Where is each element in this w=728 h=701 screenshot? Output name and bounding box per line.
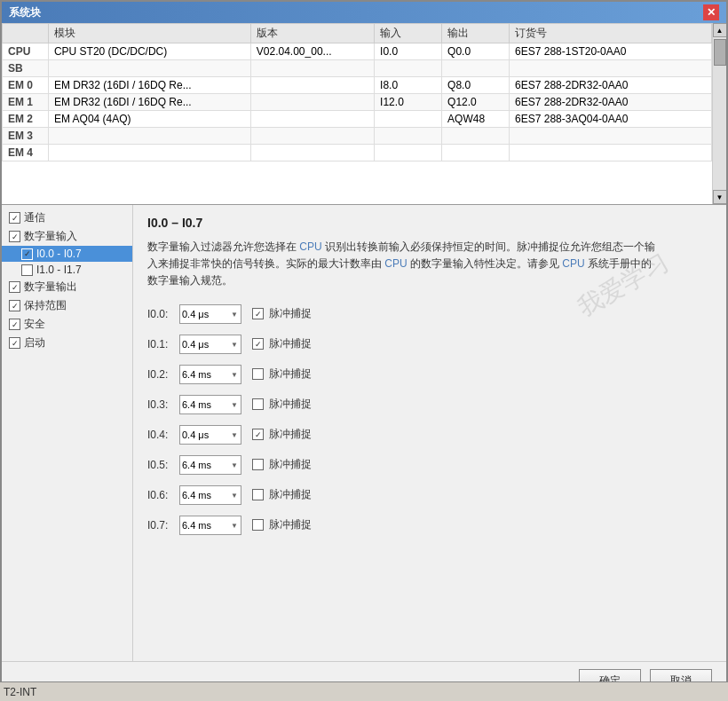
sidebar-item-label: 通信 [24, 210, 45, 225]
io-select-1[interactable]: 0.4 μs0.8 μs1.6 μs3.2 μs6.4 ms12.8 ms [179, 335, 241, 354]
cell-output [442, 128, 510, 145]
io-checkbox-1[interactable] [252, 338, 264, 350]
cell-row-id: EM 1 [3, 94, 49, 111]
table-row[interactable]: EM 4 [3, 145, 712, 161]
cell-order [510, 128, 712, 145]
io-select-2[interactable]: 0.4 μs0.8 μs1.6 μs3.2 μs6.4 ms12.8 ms [179, 365, 241, 384]
sidebar-item-digital-out[interactable]: 数字量输出 [2, 278, 132, 296]
table-scrollbar[interactable]: ▲ ▼ [712, 23, 726, 204]
cell-input: I8.0 [375, 77, 442, 94]
io-checkbox-wrapper-3[interactable]: 脉冲捕捉 [252, 397, 312, 412]
io-label-7: I0.7: [147, 519, 179, 532]
cell-module [48, 145, 250, 161]
sidebar-checkbox[interactable] [21, 248, 33, 260]
io-row-3: I0.3:0.4 μs0.8 μs1.6 μs3.2 μs6.4 ms12.8 … [147, 395, 712, 414]
col-header-output: 输出 [442, 24, 510, 43]
scroll-up-arrow[interactable]: ▲ [713, 23, 727, 37]
io-select-wrapper-2[interactable]: 0.4 μs0.8 μs1.6 μs3.2 μs6.4 ms12.8 ms [179, 365, 241, 384]
io-checkbox-6[interactable] [252, 489, 264, 500]
cell-version [250, 128, 374, 145]
table-row[interactable]: CPU CPU ST20 (DC/DC/DC) V02.04.00_00... … [3, 43, 712, 60]
scroll-down-arrow[interactable]: ▼ [713, 190, 727, 204]
io-checkbox-wrapper-1[interactable]: 脉冲捕捉 [252, 336, 312, 351]
io-checkbox-0[interactable] [252, 308, 264, 319]
io-select-wrapper-1[interactable]: 0.4 μs0.8 μs1.6 μs3.2 μs6.4 ms12.8 ms [179, 335, 241, 354]
scroll-thumb[interactable] [714, 39, 726, 66]
cell-row-id: CPU [3, 43, 49, 60]
io-select-wrapper-0[interactable]: 0.4 μs0.8 μs1.6 μs3.2 μs6.4 ms12.8 ms [179, 304, 241, 324]
io-select-wrapper-7[interactable]: 0.4 μs0.8 μs1.6 μs3.2 μs6.4 ms12.8 ms [179, 516, 241, 535]
io-checkbox-7[interactable] [252, 519, 264, 531]
sidebar-checkbox[interactable] [9, 281, 20, 293]
table-row[interactable]: SB [3, 60, 712, 77]
cell-output [442, 145, 510, 161]
system-block-window: 系统块 ✕ 模块 版本 输入 输出 订货号 CPU CPU ST20 [0, 0, 728, 701]
io-checkbox-5[interactable] [252, 459, 264, 470]
cpu-highlight-2: CPU [384, 257, 407, 270]
io-checkbox-wrapper-2[interactable]: 脉冲捕捉 [252, 366, 312, 382]
io-checkbox-3[interactable] [252, 398, 264, 410]
sidebar-item-io0[interactable]: I0.0 - I0.7 [2, 246, 132, 262]
io-select-3[interactable]: 0.4 μs0.8 μs1.6 μs3.2 μs6.4 ms12.8 ms [179, 395, 241, 414]
sidebar-item-retain[interactable]: 保持范围 [2, 296, 132, 315]
cell-order: 6ES7 288-3AQ04-0AA0 [510, 111, 712, 128]
sidebar-item-io1[interactable]: I1.0 - I1.7 [2, 262, 132, 278]
cell-output: Q0.0 [442, 43, 510, 60]
io-select-6[interactable]: 0.4 μs0.8 μs1.6 μs3.2 μs6.4 ms12.8 ms [179, 485, 241, 505]
io-select-wrapper-3[interactable]: 0.4 μs0.8 μs1.6 μs3.2 μs6.4 ms12.8 ms [179, 395, 241, 414]
io-checkbox-wrapper-5[interactable]: 脉冲捕捉 [252, 457, 312, 472]
table-row[interactable]: EM 3 [3, 128, 712, 145]
io-label-5: I0.5: [147, 459, 179, 471]
cell-row-id: EM 2 [3, 111, 49, 128]
io-select-0[interactable]: 0.4 μs0.8 μs1.6 μs3.2 μs6.4 ms12.8 ms [179, 304, 241, 324]
module-table: 模块 版本 输入 输出 订货号 CPU CPU ST20 (DC/DC/DC) … [2, 23, 712, 161]
io-checkbox-wrapper-7[interactable]: 脉冲捕捉 [252, 517, 312, 532]
io-checkbox-wrapper-0[interactable]: 脉冲捕捉 [252, 306, 312, 321]
io-select-5[interactable]: 0.4 μs0.8 μs1.6 μs3.2 μs6.4 ms12.8 ms [179, 455, 241, 475]
io-select-7[interactable]: 0.4 μs0.8 μs1.6 μs3.2 μs6.4 ms12.8 ms [179, 516, 241, 535]
io-select-4[interactable]: 0.4 μs0.8 μs1.6 μs3.2 μs6.4 ms12.8 ms [179, 425, 241, 445]
col-header-order: 订货号 [510, 24, 712, 43]
module-table-area: 模块 版本 输入 输出 订货号 CPU CPU ST20 (DC/DC/DC) … [2, 23, 726, 205]
cell-version [250, 145, 374, 161]
cell-module: EM DR32 (16DI / 16DQ Re... [48, 77, 250, 94]
table-row[interactable]: EM 1 EM DR32 (16DI / 16DQ Re... I12.0 Q1… [3, 94, 712, 111]
cell-version: V02.04.00_00... [250, 43, 374, 60]
io-capture-label-3: 脉冲捕捉 [269, 397, 312, 412]
sidebar-item-security[interactable]: 安全 [2, 315, 132, 334]
sidebar-item-label: 安全 [24, 317, 45, 332]
sidebar-item-label: 数字量输入 [24, 229, 77, 244]
io-capture-label-5: 脉冲捕捉 [269, 457, 312, 472]
io-checkbox-wrapper-4[interactable]: 脉冲捕捉 [252, 427, 312, 442]
table-row[interactable]: EM 2 EM AQ04 (4AQ) AQW48 6ES7 288-3AQ04-… [3, 111, 712, 128]
sidebar-checkbox[interactable] [9, 231, 20, 242]
sidebar-checkbox[interactable] [9, 300, 20, 311]
io-select-wrapper-5[interactable]: 0.4 μs0.8 μs1.6 μs3.2 μs6.4 ms12.8 ms [179, 455, 241, 475]
io-row-1: I0.1:0.4 μs0.8 μs1.6 μs3.2 μs6.4 ms12.8 … [147, 335, 712, 354]
close-button[interactable]: ✕ [703, 4, 719, 20]
col-header-version: 版本 [250, 24, 374, 43]
io-select-wrapper-6[interactable]: 0.4 μs0.8 μs1.6 μs3.2 μs6.4 ms12.8 ms [179, 485, 241, 505]
table-header-row: 模块 版本 输入 输出 订货号 [3, 24, 712, 43]
io-row-5: I0.5:0.4 μs0.8 μs1.6 μs3.2 μs6.4 ms12.8 … [147, 455, 712, 475]
io-checkbox-4[interactable] [252, 429, 264, 440]
sidebar-checkbox[interactable] [9, 319, 20, 330]
io-row-0: I0.0:0.4 μs0.8 μs1.6 μs3.2 μs6.4 ms12.8 … [147, 304, 712, 324]
sidebar-item-digital-in[interactable]: 数字量输入 [2, 227, 132, 246]
io-checkbox-wrapper-6[interactable]: 脉冲捕捉 [252, 487, 312, 502]
io-label-3: I0.3: [147, 398, 179, 411]
io-label-2: I0.2: [147, 368, 179, 381]
right-panel: I0.0 – I0.7 数字量输入过滤器允许您选择在 CPU 识别出转换前输入必… [133, 205, 726, 661]
io-select-wrapper-4[interactable]: 0.4 μs0.8 μs1.6 μs3.2 μs6.4 ms12.8 ms [179, 425, 241, 445]
sidebar-item-startup[interactable]: 启动 [2, 334, 132, 352]
sidebar-checkbox[interactable] [9, 337, 20, 349]
io-capture-label-0: 脉冲捕捉 [269, 306, 312, 321]
sidebar-checkbox[interactable] [9, 212, 20, 224]
table-row[interactable]: EM 0 EM DR32 (16DI / 16DQ Re... I8.0 Q8.… [3, 77, 712, 94]
sidebar-item-comm[interactable]: 通信 [2, 209, 132, 227]
cell-order [510, 145, 712, 161]
io-checkbox-2[interactable] [252, 368, 264, 380]
sidebar-checkbox[interactable] [21, 264, 33, 276]
sidebar-item-label: 启动 [24, 335, 45, 350]
cell-input [375, 145, 442, 161]
